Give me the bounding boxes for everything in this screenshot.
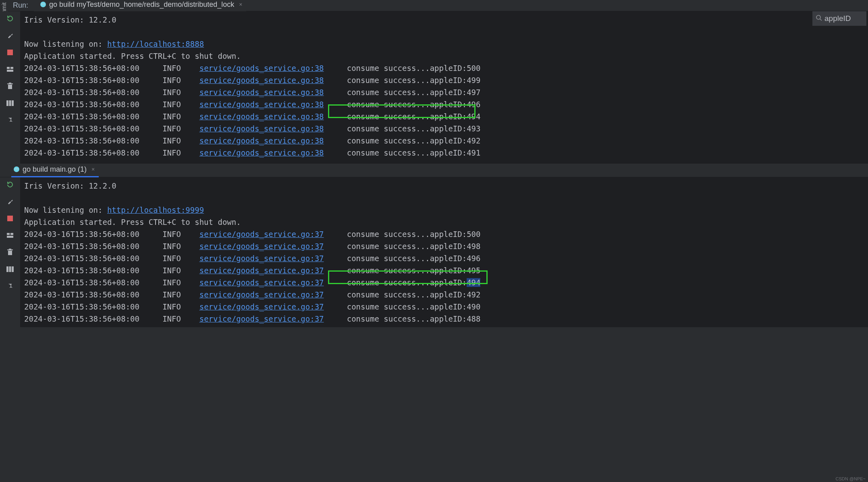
columns-icon[interactable]: [5, 98, 15, 108]
log-line: 2024-03-16T15:38:56+08:00 INFO service/g…: [24, 289, 868, 301]
svg-rect-7: [7, 50, 13, 55]
stop-icon[interactable]: [5, 214, 15, 223]
svg-rect-27: [7, 249, 13, 250]
search-text: appleID: [824, 14, 851, 23]
console-search-box[interactable]: appleID: [812, 11, 866, 26]
log-line: 2024-03-16T15:38:56+08:00 INFO service/g…: [24, 62, 868, 74]
svg-rect-11: [8, 85, 12, 89]
source-link[interactable]: service/goods_service.go:38: [199, 64, 324, 73]
log-line: 2024-03-16T15:38:56+08:00 INFO service/g…: [24, 301, 868, 313]
source-link[interactable]: service/goods_service.go:37: [199, 278, 324, 287]
svg-rect-14: [6, 100, 8, 106]
console-line: Now listening on: http://localhost:9999: [24, 204, 868, 216]
log-line: 2024-03-16T15:38:56+08:00 INFO service/g…: [24, 110, 868, 123]
console-toolbar-2: [0, 177, 20, 327]
console-line: Application started. Press CTRL+C to shu…: [24, 50, 868, 62]
svg-rect-31: [12, 266, 14, 272]
source-link[interactable]: service/goods_service.go:37: [199, 302, 324, 311]
source-link[interactable]: service/goods_service.go:37: [199, 314, 324, 323]
console-pane-2: Iris Version: 12.2.0Now listening on: ht…: [0, 177, 868, 327]
svg-point-0: [40, 2, 46, 7]
source-link[interactable]: service/goods_service.go:38: [199, 76, 324, 85]
svg-point-20: [15, 168, 16, 169]
run-toolwindow-header: Run: go build myTest/demo_home/redis_dem…: [0, 0, 868, 11]
console-output-2[interactable]: Iris Version: 12.2.0Now listening on: ht…: [20, 177, 868, 327]
console-toolbar-1: [0, 11, 20, 164]
source-link[interactable]: service/goods_service.go:37: [199, 242, 324, 251]
run-tab-1[interactable]: go build myTest/demo_home/redis_demo/dis…: [38, 0, 246, 12]
source-link[interactable]: service/goods_service.go:37: [199, 230, 324, 239]
run-tab-2[interactable]: go build main.go (1) ×: [11, 164, 99, 177]
log-line: 2024-03-16T15:38:56+08:00 INFO service/g…: [24, 228, 868, 240]
pin-icon[interactable]: [5, 281, 15, 291]
svg-rect-15: [9, 100, 11, 106]
svg-rect-8: [7, 67, 10, 69]
trash-icon[interactable]: [5, 81, 15, 91]
svg-rect-30: [9, 266, 11, 272]
rerun-icon[interactable]: [5, 180, 15, 189]
svg-rect-12: [7, 83, 13, 84]
layout-icon[interactable]: [5, 64, 15, 74]
source-link[interactable]: service/goods_service.go:38: [199, 148, 324, 157]
gopher-icon: [13, 166, 20, 173]
svg-point-21: [17, 168, 18, 169]
console-line: [24, 26, 868, 38]
console-output-1[interactable]: Iris Version: 12.2.0Now listening on: ht…: [20, 11, 868, 164]
stop-icon[interactable]: [5, 48, 15, 57]
svg-point-17: [14, 166, 19, 172]
trash-icon[interactable]: [5, 247, 15, 257]
log-line: 2024-03-16T15:38:56+08:00 INFO service/g…: [24, 313, 868, 325]
console-line: [24, 192, 868, 204]
wrench-icon[interactable]: [5, 31, 15, 40]
svg-point-3: [42, 4, 42, 4]
svg-rect-24: [10, 233, 13, 235]
svg-rect-25: [7, 236, 13, 238]
source-link[interactable]: service/goods_service.go:38: [199, 124, 324, 133]
svg-point-4: [44, 4, 44, 4]
close-icon[interactable]: ×: [239, 1, 242, 8]
listen-url-link[interactable]: http://localhost:8888: [107, 39, 204, 48]
log-line: 2024-03-16T15:38:56+08:00 INFO service/g…: [24, 252, 868, 264]
console-line: Now listening on: http://localhost:8888: [24, 38, 868, 50]
log-line: 2024-03-16T15:38:56+08:00 INFO service/g…: [24, 98, 868, 110]
console-line: Iris Version: 12.2.0: [24, 14, 868, 26]
console-pane-1: Iris Version: 12.2.0Now listening on: ht…: [0, 11, 868, 164]
source-link[interactable]: service/goods_service.go:37: [199, 290, 324, 299]
rerun-icon[interactable]: [5, 14, 15, 23]
run-tab-1-label: go build myTest/demo_home/redis_demo/dis…: [49, 0, 234, 9]
search-icon: [816, 14, 822, 23]
source-link[interactable]: service/goods_service.go:38: [199, 100, 324, 109]
svg-rect-10: [7, 70, 13, 72]
layout-icon[interactable]: [5, 231, 15, 240]
gopher-icon: [39, 1, 47, 8]
run-label: Run:: [7, 1, 34, 10]
svg-rect-23: [7, 233, 10, 235]
svg-rect-28: [9, 249, 11, 249]
svg-point-5: [816, 15, 820, 19]
source-link[interactable]: service/goods_service.go:38: [199, 136, 324, 145]
wrench-icon[interactable]: [5, 197, 15, 206]
log-line: 2024-03-16T15:38:56+08:00 INFO service/g…: [24, 264, 868, 276]
log-line: 2024-03-16T15:38:56+08:00 INFO service/g…: [24, 74, 868, 86]
svg-rect-13: [9, 83, 11, 83]
watermark: CSDN @NPE~: [836, 476, 866, 481]
console-line: Iris Version: 12.2.0: [24, 180, 868, 192]
svg-rect-16: [12, 100, 14, 106]
columns-icon[interactable]: [5, 264, 15, 274]
log-line: 2024-03-16T15:38:56+08:00 INFO service/g…: [24, 147, 868, 159]
close-icon[interactable]: ×: [91, 166, 95, 172]
source-link[interactable]: service/goods_service.go:38: [199, 112, 324, 121]
source-link[interactable]: service/goods_service.go:37: [199, 254, 324, 263]
listen-url-link[interactable]: http://localhost:9999: [107, 206, 204, 214]
svg-rect-29: [6, 266, 8, 272]
source-link[interactable]: service/goods_service.go:37: [199, 266, 324, 275]
log-line: 2024-03-16T15:38:56+08:00 INFO service/g…: [24, 86, 868, 98]
source-link[interactable]: service/goods_service.go:38: [199, 88, 324, 97]
pin-icon[interactable]: [5, 115, 15, 125]
log-line: 2024-03-16T15:38:56+08:00 INFO service/g…: [24, 240, 868, 252]
svg-rect-22: [7, 216, 13, 221]
svg-line-6: [820, 19, 822, 21]
run-tab-2-label: go build main.go (1): [23, 165, 87, 174]
log-line: 2024-03-16T15:38:56+08:00 INFO service/g…: [24, 135, 868, 147]
log-line: 2024-03-16T15:38:56+08:00 INFO service/g…: [24, 276, 868, 289]
